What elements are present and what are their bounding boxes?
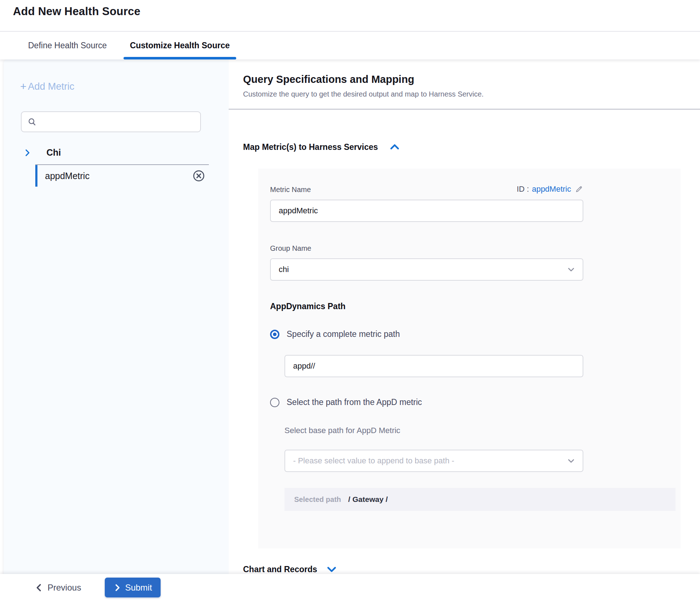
metric-name-row: Metric Name ID : appdMetric <box>270 184 583 194</box>
metric-group-label: Chi <box>46 147 61 158</box>
base-path-label: Select base path for AppD Metric <box>284 426 681 435</box>
selected-path-label: Selected path <box>294 495 341 504</box>
metric-id-label: ID : <box>517 184 529 194</box>
metric-item-label: appdMetric <box>45 171 90 181</box>
base-path-placeholder: - Please select value to append to base … <box>293 456 567 466</box>
map-metrics-section-toggle[interactable]: Map Metric(s) to Harness Services <box>243 142 400 152</box>
metric-search-input[interactable] <box>37 112 200 132</box>
metric-name-input[interactable] <box>270 200 583 222</box>
edit-pencil-icon[interactable] <box>575 185 583 193</box>
metric-list-item-appdmetric[interactable]: appdMetric <box>35 165 209 187</box>
map-metrics-panel: Metric Name ID : appdMetric <box>258 169 681 548</box>
chevron-right-icon <box>23 149 31 157</box>
search-icon <box>27 117 37 126</box>
page-title: Add New Health Source <box>13 5 140 18</box>
appdynamics-path-title: AppDynamics Path <box>270 302 681 311</box>
tab-customize-health-source[interactable]: Customize Health Source <box>124 32 236 59</box>
previous-button[interactable]: Previous <box>35 583 81 593</box>
group-name-select[interactable]: chi <box>270 258 583 281</box>
metric-id-group: ID : appdMetric <box>517 184 583 194</box>
add-metric-label: Add Metric <box>28 81 75 92</box>
radio-complete-metric-path[interactable]: Specify a complete metric path <box>270 329 681 339</box>
previous-button-label: Previous <box>48 583 81 593</box>
chart-records-section-title: Chart and Records <box>243 565 317 574</box>
metric-search-box <box>21 111 201 132</box>
chevron-left-icon <box>35 583 43 592</box>
complete-metric-path-input[interactable] <box>284 355 583 377</box>
section-subtitle: Customize the query to get the desired o… <box>243 90 700 98</box>
map-metrics-section-title: Map Metric(s) to Harness Services <box>243 142 378 152</box>
chevron-down-icon <box>567 265 575 274</box>
add-health-source-dialog: Add New Health Source Define Health Sour… <box>0 0 700 601</box>
tab-bar: Define Health Source Customize Health So… <box>0 32 700 59</box>
radio-select-appd-path[interactable]: Select the path from the AppD metric <box>270 397 681 407</box>
radio-selected-icon[interactable] <box>270 330 279 339</box>
plus-icon: + <box>20 80 27 93</box>
tab-define-health-source[interactable]: Define Health Source <box>22 32 113 59</box>
radio-select-appd-path-label: Select the path from the AppD metric <box>287 397 422 407</box>
metrics-sidebar: + Add Metric Chi appdM <box>4 59 229 574</box>
selected-path-value: / Gateway / <box>348 495 388 504</box>
chevron-up-icon <box>390 142 400 152</box>
dialog-footer: Previous Submit <box>0 574 700 601</box>
radio-complete-metric-path-label: Specify a complete metric path <box>287 329 400 339</box>
query-spec-main: Query Specifications and Mapping Customi… <box>229 59 700 574</box>
base-path-select[interactable]: - Please select value to append to base … <box>284 450 583 472</box>
submit-button-label: Submit <box>125 583 152 593</box>
dialog-header: Add New Health Source <box>0 0 700 32</box>
section-title: Query Specifications and Mapping <box>243 74 700 85</box>
submit-button[interactable]: Submit <box>105 578 161 597</box>
metric-id-value[interactable]: appdMetric <box>532 184 571 194</box>
chevron-right-icon <box>113 584 121 592</box>
chart-records-section-toggle[interactable]: Chart and Records <box>243 564 337 574</box>
group-name-value: chi <box>279 265 567 274</box>
selected-path-bar: Selected path / Gateway / <box>284 488 676 511</box>
chevron-down-icon <box>567 457 575 465</box>
remove-metric-icon[interactable] <box>192 169 205 182</box>
divider <box>229 109 700 110</box>
chevron-down-icon <box>327 564 337 574</box>
group-name-label: Group Name <box>270 244 681 253</box>
metric-name-label: Metric Name <box>270 186 311 194</box>
add-metric-button[interactable]: + Add Metric <box>20 80 75 93</box>
dialog-body: + Add Metric Chi appdM <box>0 59 700 574</box>
radio-unselected-icon[interactable] <box>270 398 279 407</box>
metric-group-chi[interactable]: Chi <box>23 147 229 158</box>
